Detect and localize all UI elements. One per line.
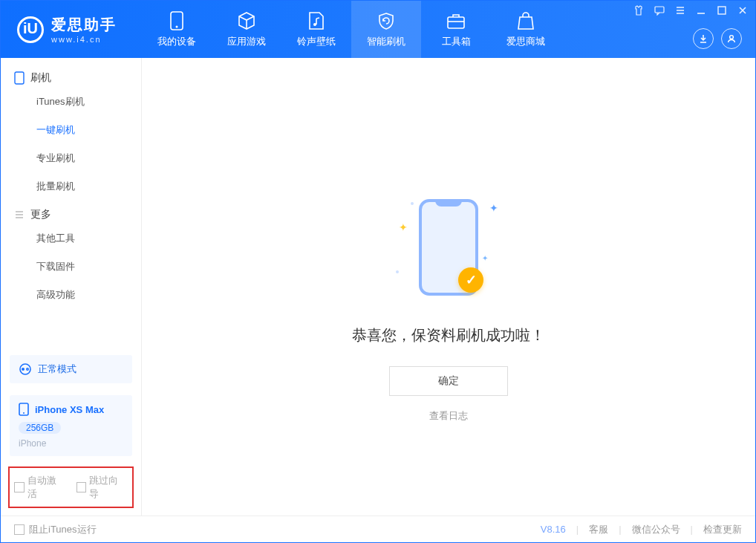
checkbox-label: 跳过向导 — [89, 474, 128, 501]
phone-icon — [14, 71, 25, 85]
block-itunes-checkbox[interactable]: 阻止iTunes运行 — [14, 523, 97, 536]
device-icon — [19, 403, 29, 416]
svg-point-2 — [313, 23, 316, 26]
logo: iU 爱思助手 www.i4.cn — [1, 1, 142, 58]
sidebar-item-pro-flash[interactable]: 专业刷机 — [1, 144, 141, 172]
tab-label: 铃声壁纸 — [297, 35, 336, 48]
maximize-button[interactable] — [717, 5, 727, 16]
app-url: www.i4.cn — [51, 35, 117, 44]
section-label: 更多 — [30, 208, 51, 221]
check-update-link[interactable]: 检查更新 — [703, 523, 742, 536]
body: 刷机 iTunes刷机 一键刷机 专业刷机 批量刷机 更多 其他工具 下载固件 … — [1, 58, 755, 516]
refresh-shield-icon — [377, 11, 396, 30]
bag-icon — [516, 11, 535, 30]
svg-point-9 — [22, 368, 25, 371]
separator: | — [576, 524, 579, 535]
checkbox-label: 阻止iTunes运行 — [29, 523, 97, 536]
auto-activate-checkbox[interactable]: 自动激活 — [14, 474, 66, 501]
device-capacity: 256GB — [19, 422, 61, 434]
app-window: iU 爱思助手 www.i4.cn 我的设备 应用游戏 — [0, 0, 756, 543]
sidebar-item-other-tools[interactable]: 其他工具 — [1, 224, 141, 253]
version-label: V8.16 — [541, 524, 566, 535]
sidebar-section-more: 更多 — [1, 201, 141, 224]
device-card[interactable]: iPhone XS Max 256GB iPhone — [10, 395, 132, 456]
window-controls — [633, 5, 748, 16]
wechat-link[interactable]: 微信公众号 — [632, 523, 680, 536]
separator: | — [691, 524, 693, 535]
statusbar: 阻止iTunes运行 V8.16 | 客服 | 微信公众号 | 检查更新 — [1, 516, 755, 542]
tab-toolbox[interactable]: 工具箱 — [421, 1, 491, 58]
tab-label: 爱思商城 — [506, 35, 545, 48]
view-log-link[interactable]: 查看日志 — [429, 409, 468, 423]
svg-rect-7 — [15, 72, 24, 84]
svg-rect-4 — [655, 7, 664, 13]
mode-card[interactable]: 正常模式 — [10, 355, 132, 383]
sidebar-item-batch-flash[interactable]: 批量刷机 — [1, 172, 141, 201]
user-button[interactable] — [721, 28, 742, 49]
tab-my-device[interactable]: 我的设备 — [142, 1, 212, 58]
feedback-icon[interactable] — [654, 5, 665, 16]
sidebar-scroll: 刷机 iTunes刷机 一键刷机 专业刷机 批量刷机 更多 其他工具 下载固件 … — [1, 58, 141, 349]
success-illustration: ✦✦✦ ✓ — [393, 192, 504, 303]
briefcase-icon — [446, 11, 466, 30]
tab-label: 我的设备 — [157, 35, 196, 48]
logo-icon: iU — [17, 16, 44, 43]
sidebar: 刷机 iTunes刷机 一键刷机 专业刷机 批量刷机 更多 其他工具 下载固件 … — [1, 58, 142, 516]
titlebar: iU 爱思助手 www.i4.cn 我的设备 应用游戏 — [1, 1, 755, 58]
sidebar-item-advanced[interactable]: 高级功能 — [1, 281, 141, 309]
tab-ringtones[interactable]: 铃声壁纸 — [281, 1, 351, 58]
tab-label: 应用游戏 — [227, 35, 266, 48]
checkbox-label: 自动激活 — [27, 474, 66, 501]
sidebar-item-oneclick-flash[interactable]: 一键刷机 — [1, 116, 141, 144]
menu-icon[interactable] — [675, 5, 685, 16]
header-right-buttons — [693, 28, 742, 49]
tab-store[interactable]: 爱思商城 — [491, 1, 561, 58]
check-icon: ✓ — [458, 267, 483, 293]
checkbox-icon — [14, 524, 25, 535]
close-button[interactable] — [737, 5, 748, 16]
separator: | — [619, 524, 621, 535]
cube-icon — [237, 11, 256, 30]
skin-icon[interactable] — [633, 5, 644, 16]
music-file-icon — [307, 11, 326, 30]
main-tabs: 我的设备 应用游戏 铃声壁纸 智能刷机 — [142, 1, 561, 58]
ok-button[interactable]: 确定 — [389, 366, 508, 396]
skip-guide-checkbox[interactable]: 跳过向导 — [76, 474, 128, 501]
main-content: ✦✦✦ ✓ 恭喜您，保资料刷机成功啦！ 确定 查看日志 — [142, 58, 755, 516]
sidebar-item-download-fw[interactable]: 下载固件 — [1, 253, 141, 281]
section-label: 刷机 — [30, 71, 51, 85]
minimize-button[interactable] — [696, 5, 706, 16]
svg-point-6 — [730, 36, 734, 39]
svg-point-10 — [27, 368, 29, 371]
device-type: iPhone — [19, 438, 123, 449]
sidebar-item-itunes-flash[interactable]: iTunes刷机 — [1, 88, 141, 116]
mode-icon — [19, 362, 32, 376]
checkbox-icon — [14, 482, 25, 492]
tab-label: 智能刷机 — [367, 35, 405, 48]
svg-rect-5 — [718, 7, 726, 14]
svg-rect-3 — [448, 17, 464, 28]
tab-apps[interactable]: 应用游戏 — [212, 1, 281, 58]
svg-point-1 — [176, 25, 178, 27]
device-name: iPhone XS Max — [35, 404, 104, 415]
support-link[interactable]: 客服 — [589, 523, 608, 536]
list-icon — [14, 209, 25, 220]
checkbox-icon — [76, 482, 87, 492]
phone-icon — [167, 11, 186, 30]
success-message: 恭喜您，保资料刷机成功啦！ — [352, 325, 545, 345]
tab-smart-flash[interactable]: 智能刷机 — [351, 1, 421, 58]
options-highlight: 自动激活 跳过向导 — [8, 466, 134, 508]
tab-label: 工具箱 — [442, 35, 471, 48]
download-button[interactable] — [693, 28, 714, 49]
svg-point-12 — [23, 412, 25, 414]
mode-label: 正常模式 — [38, 362, 76, 376]
sidebar-section-flash: 刷机 — [1, 64, 141, 88]
logo-text: 爱思助手 www.i4.cn — [51, 15, 117, 44]
app-name: 爱思助手 — [51, 15, 117, 35]
